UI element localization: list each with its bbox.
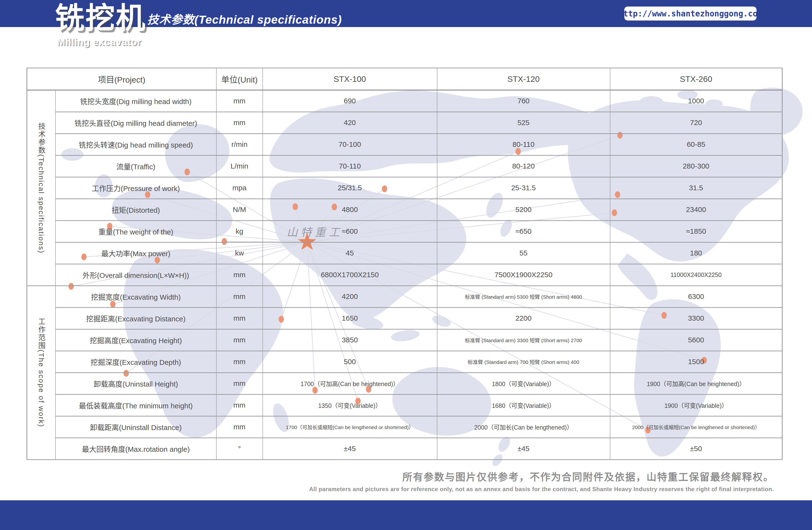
table-row: 铣挖头直径(Dig milling head diameter)mm420525… <box>27 112 782 134</box>
disclaimer: 所有参数与图片仅供参考，不作为合同附件及依据，山特重工保留最终解释权。 All … <box>309 469 774 492</box>
cell-stx-100: 1350（可变(Variable)） <box>263 394 437 416</box>
cell-stx-100: 3850 <box>263 329 437 351</box>
row-unit: mm <box>216 416 263 438</box>
table-row: 挖掘距离(Excavating Distance)mm165022003300 <box>27 307 782 329</box>
cell-stx-260: 1500 <box>610 351 782 373</box>
group-label-technical-specs: 技术参数(Technical specifications) <box>27 90 56 285</box>
cell-stx-100: 6800X1700X2150 <box>263 264 437 285</box>
cell-stx-100: 420 <box>263 112 437 134</box>
row-label: 最低装载高度(The minimum height) <box>56 394 216 416</box>
table-row: 挖掘深度(Excavating Depth)mm500标准臂 (Standard… <box>27 351 782 373</box>
cell-stx-120: 7500X1900X2250 <box>437 264 610 285</box>
row-label: 外形(Overall dimension(L×W×H)) <box>56 264 216 285</box>
row-unit: mpa <box>216 177 263 199</box>
disclaimer-english: All parameters and pictures are for refe… <box>309 486 774 492</box>
row-label: 最大功率(Max power) <box>56 242 216 264</box>
row-unit: r/min <box>216 134 263 155</box>
cell-stx-100: ±45 <box>263 438 437 460</box>
cell-stx-100: 1700（可加长或缩短(Can be lengthened or shorten… <box>263 416 437 438</box>
logo-chinese: 铣挖机 <box>55 3 146 33</box>
row-unit: kw <box>216 242 263 264</box>
cell-stx-120: 标准臂 (Standard arm) 3300 短臂 (Short arms) … <box>437 329 610 351</box>
cell-stx-100: 500 <box>263 351 437 373</box>
table-row: 技术参数(Technical specifications)铣挖头宽度(Dig … <box>27 90 782 112</box>
table-row: 卸载距离(Uninstall Distance)mm1700（可加长或缩短(Ca… <box>27 416 782 438</box>
table-row: 挖掘高度(Excavating Height)mm3850标准臂 (Standa… <box>27 329 782 351</box>
table-header-row: 项目(Project) 单位(Unit) STX-100 STX-120 STX… <box>27 68 782 90</box>
page-title: 技术参数(Technical specifications) <box>147 10 342 27</box>
footer-bar <box>0 500 812 530</box>
cell-stx-120: 1680（可变(Variable)） <box>437 394 610 416</box>
row-unit: mm <box>216 307 263 329</box>
table-row: 扭矩(Distorted)N/M4800520023400 <box>27 199 782 221</box>
table-row: 最低装载高度(The minimum height)mm1350（可变(Vari… <box>27 394 782 416</box>
cell-stx-260: 31.5 <box>610 177 782 199</box>
cell-stx-120: ≈650 <box>437 221 610 242</box>
cell-stx-120: 2000（可加长(Can be lengthened)） <box>437 416 610 438</box>
logo-english: Milling excavator <box>57 36 141 47</box>
table-row: 流量(Traffic)L/min70-11080-120280-300 <box>27 155 782 177</box>
row-label: 铣挖头直径(Dig milling head diameter) <box>56 112 216 134</box>
cell-stx-120: 760 <box>437 90 610 112</box>
cell-stx-120: 标准臂 (Standard arm) 5300 短臂 (Short arms) … <box>437 285 610 307</box>
table-row: 卸载高度(Uninstall Height)mm1700（可加高(Can be … <box>27 373 782 394</box>
cell-stx-260: 1900（可变(Variable)） <box>610 394 782 416</box>
spec-sheet-page: 山特重工 铣挖机 Milling excavator 技术参数(Technica… <box>0 0 812 530</box>
cell-stx-260: 3300 <box>610 307 782 329</box>
cell-stx-260: 6300 <box>610 285 782 307</box>
cell-stx-260: ±50 <box>610 438 782 460</box>
cell-stx-260: 720 <box>610 112 782 134</box>
row-label: 铣挖头转速(Dig head milling speed) <box>56 134 216 155</box>
row-label: 挖掘高度(Excavating Height) <box>56 329 216 351</box>
row-unit: mm <box>216 373 263 394</box>
cell-stx-120: 525 <box>437 112 610 134</box>
spec-table: 项目(Project) 单位(Unit) STX-100 STX-120 STX… <box>27 68 783 460</box>
column-header-unit: 单位(Unit) <box>216 68 263 90</box>
row-unit: mm <box>216 394 263 416</box>
cell-stx-260: 180 <box>610 242 782 264</box>
row-label: 挖掘深度(Excavating Depth) <box>56 351 216 373</box>
group-label-work-scope: 工作范围(The scope of work) <box>27 285 56 460</box>
cell-stx-260: 1000 <box>610 90 782 112</box>
cell-stx-260: 5600 <box>610 329 782 351</box>
cell-stx-120: ±45 <box>437 438 610 460</box>
row-label: 挖掘宽度(Excavating Width) <box>56 285 216 307</box>
cell-stx-120: 标准臂 (Standard arm) 700 短臂 (Short arms) 4… <box>437 351 610 373</box>
row-unit: mm <box>216 264 263 285</box>
cell-stx-100: 70-100 <box>263 134 437 155</box>
cell-stx-260: ≈1850 <box>610 221 782 242</box>
row-unit: mm <box>216 351 263 373</box>
cell-stx-100: 1700（可加高(Can be heightened)） <box>263 373 437 394</box>
table-row: 工作范围(The scope of work)挖掘宽度(Excavating W… <box>27 285 782 307</box>
table-row: 工作压力(Pressure of work)mpa25/31.525-31.53… <box>27 177 782 199</box>
cell-stx-260: 60-85 <box>610 134 782 155</box>
column-header-stx-260: STX-260 <box>610 68 782 90</box>
cell-stx-100: ≈600 <box>263 221 437 242</box>
table-row: 最大功率(Max power)kw4555180 <box>27 242 782 264</box>
cell-stx-260: 1900（可加高(Can be heightened)） <box>610 373 782 394</box>
cell-stx-260: 11000X2400X2250 <box>610 264 782 285</box>
cell-stx-120: 2200 <box>437 307 610 329</box>
table-row: 铣挖头转速(Dig head milling speed)r/min70-100… <box>27 134 782 155</box>
row-label: 扭矩(Distorted) <box>56 199 216 221</box>
cell-stx-100: 690 <box>263 90 437 112</box>
cell-stx-120: 5200 <box>437 199 610 221</box>
row-label: 工作压力(Pressure of work) <box>56 177 216 199</box>
row-unit: mm <box>216 112 263 134</box>
table-row: 重量(The weight of the)kg≈600≈650≈1850 <box>27 221 782 242</box>
row-label: 最大回转角度(Max.rotation angle) <box>56 438 216 460</box>
cell-stx-260: 23400 <box>610 199 782 221</box>
website-url-badge: Http://www.shantezhonggong.com <box>624 6 756 20</box>
cell-stx-120: 80-120 <box>437 155 610 177</box>
row-label: 卸载距离(Uninstall Distance) <box>56 416 216 438</box>
row-label: 卸载高度(Uninstall Height) <box>56 373 216 394</box>
spec-table-body: 技术参数(Technical specifications)铣挖头宽度(Dig … <box>27 90 782 460</box>
disclaimer-chinese: 所有参数与图片仅供参考，不作为合同附件及依据，山特重工保留最终解释权。 <box>309 469 774 484</box>
row-label: 重量(The weight of the) <box>56 221 216 242</box>
cell-stx-100: 45 <box>263 242 437 264</box>
cell-stx-120: 55 <box>437 242 610 264</box>
row-unit: mm <box>216 285 263 307</box>
cell-stx-100: 1650 <box>263 307 437 329</box>
row-unit: ° <box>216 438 263 460</box>
row-label: 流量(Traffic) <box>56 155 216 177</box>
